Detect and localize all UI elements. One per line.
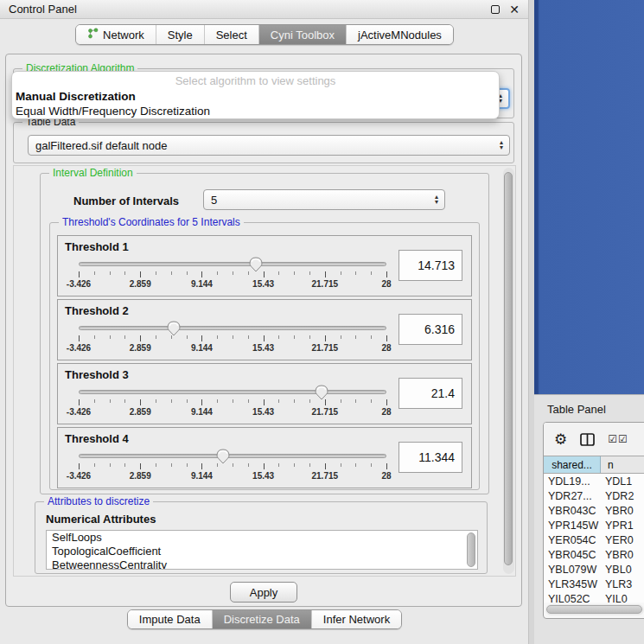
slider-tick-labels: -3.4262.8599.14415.4321.71528 [79, 471, 386, 481]
attribute-list-item[interactable]: SelfLoops [47, 531, 477, 545]
table-row[interactable]: YDR27...YDR2 [544, 488, 644, 503]
threshold-value-field[interactable]: 14.713 [399, 250, 462, 281]
tick-mark [371, 399, 372, 403]
tick-mark [94, 463, 95, 467]
table-data-combobox[interactable]: galFiltered.sif default node ▴▾ [28, 135, 510, 156]
attribute-list-item[interactable]: BetweennessCentrality [47, 558, 477, 570]
algorithm-dropdown-popup: Select algorithm to view settings Manual… [11, 71, 500, 119]
tick-mark [278, 335, 279, 339]
threshold-value-field[interactable]: 11.344 [399, 442, 462, 473]
number-of-intervals-label: Number of Intervals [73, 194, 179, 207]
float-window-icon[interactable] [491, 5, 500, 14]
table-row[interactable]: YBR043CYBR0 [544, 503, 644, 518]
cell-name: YDR2 [601, 490, 644, 502]
slider-ticks [79, 399, 386, 406]
tick-mark [94, 399, 95, 403]
tick-mark [341, 335, 341, 339]
tick-mark [94, 271, 95, 275]
control-panel-title: Control Panel [9, 3, 77, 16]
tick-mark [386, 271, 387, 277]
table-row[interactable]: YBL079WYBL0 [544, 562, 644, 577]
tick-label: 9.144 [191, 343, 213, 353]
tick-mark [140, 335, 141, 341]
control-panel: Control Panel ✕ NetworkStyleSelectCyni T… [0, 0, 529, 644]
threshold-value-field[interactable]: 6.316 [399, 314, 462, 345]
slider-ticks [79, 463, 386, 470]
tick-mark [371, 335, 372, 339]
cell-shared-name: YDL19... [544, 475, 601, 488]
tab-style[interactable]: Style [156, 25, 204, 44]
tab-jactivemnodules[interactable]: jActiveMNodules [346, 25, 453, 44]
cell-name: YPR1 [601, 520, 644, 532]
tab-select[interactable]: Select [204, 25, 258, 44]
attributes-list-scrollbar[interactable] [467, 532, 475, 567]
attribute-list-item[interactable]: TopologicalCoefficient [47, 545, 477, 558]
slider-track[interactable] [79, 390, 386, 394]
table-row[interactable]: YPR145WYPR1 [544, 518, 644, 532]
tick-mark [217, 399, 218, 403]
apply-button[interactable]: Apply [230, 582, 297, 603]
algorithm-popup-item[interactable]: Manual Discretization [12, 89, 499, 104]
slider-track[interactable] [79, 326, 386, 330]
close-icon[interactable]: ✕ [509, 3, 520, 16]
tick-label: 21.715 [312, 471, 339, 481]
mode-tab-infer-network[interactable]: Infer Network [311, 610, 401, 628]
tick-mark [187, 399, 188, 403]
tick-mark [156, 463, 156, 467]
threshold-slider[interactable] [79, 262, 386, 268]
number-of-intervals-combobox[interactable]: 5 ▴▾ [203, 189, 445, 210]
threshold-slider[interactable] [79, 390, 386, 396]
threshold-slider[interactable] [79, 454, 386, 460]
slider-track[interactable] [79, 454, 386, 458]
table-hscrollbar-thumb[interactable] [546, 605, 642, 614]
threshold-value-field[interactable]: 21.4 [399, 378, 462, 409]
table-row[interactable]: YER054CYER0 [544, 532, 644, 547]
mode-tab-discretize-data[interactable]: Discretize Data [212, 610, 311, 628]
tick-mark [233, 335, 233, 339]
settings-scrollbar-thumb[interactable] [504, 172, 513, 565]
split-view-icon[interactable] [580, 433, 595, 446]
group-title-interval-definition: Interval Definition [49, 167, 137, 179]
tick-label: 2.859 [130, 279, 151, 289]
tick-mark [294, 463, 295, 467]
mode-tab-impute-data[interactable]: Impute Data [128, 610, 212, 628]
table-body: YDL19...YDL1YDR27...YDR2YBR043CYBR0YPR14… [544, 474, 644, 603]
slider-track[interactable] [79, 262, 386, 266]
column-header-name[interactable]: n [601, 456, 644, 473]
cell-shared-name: YBR043C [544, 505, 601, 517]
cell-shared-name: YBR045C [544, 549, 601, 561]
tick-label: 15.43 [252, 471, 274, 481]
threshold-label: Threshold 3 [65, 368, 129, 381]
tick-mark [355, 271, 356, 275]
tick-label: -3.426 [67, 343, 91, 353]
application-window: Control Panel ✕ NetworkStyleSelectCyni T… [0, 0, 644, 644]
tick-mark [248, 463, 249, 467]
algorithm-popup-item[interactable]: Equal Width/Frequency Discretization [12, 104, 499, 118]
tick-mark [217, 271, 218, 275]
column-header-shared-name[interactable]: shared... [544, 456, 601, 473]
tick-mark [264, 335, 265, 341]
cell-shared-name: YPR145W [544, 520, 601, 532]
cell-shared-name: YIL052C [544, 593, 601, 603]
threshold-panel: Threshold 2-3.4262.8599.14415.4321.71528… [57, 299, 472, 360]
tab-network[interactable]: Network [76, 25, 156, 44]
tick-mark [187, 463, 188, 467]
tick-mark [217, 335, 218, 339]
cytoscape-desktop: GAL80GCGAL11GAL4GCY1HHAP2 [534, 0, 644, 394]
node-table-window: ⚙ ☑☑ shared... n YDL19...YDL1YDR27...YDR… [543, 422, 644, 619]
tab-cyni-toolbox[interactable]: Cyni Toolbox [258, 25, 346, 44]
control-panel-tabbar: NetworkStyleSelectCyni ToolboxjActiveMNo… [0, 24, 529, 45]
table-row[interactable]: YLR345WYLR3 [544, 577, 644, 591]
threshold-slider[interactable] [79, 326, 386, 332]
tick-mark [325, 399, 326, 405]
tick-mark [355, 399, 356, 403]
tick-label: 28 [381, 279, 391, 289]
slider-tick-labels: -3.4262.8599.14415.4321.71528 [79, 407, 386, 418]
numerical-attributes-list[interactable]: SelfLoopsTopologicalCoefficientBetweenne… [46, 530, 478, 570]
table-row[interactable]: YBR045CYBR0 [544, 547, 644, 562]
gear-icon[interactable]: ⚙ [554, 432, 567, 447]
checkbox-icons[interactable]: ☑☑ [608, 433, 628, 445]
table-row[interactable]: YIL052CYIL0 [544, 591, 644, 603]
table-row[interactable]: YDL19...YDL1 [544, 474, 644, 488]
tick-mark [309, 335, 310, 339]
